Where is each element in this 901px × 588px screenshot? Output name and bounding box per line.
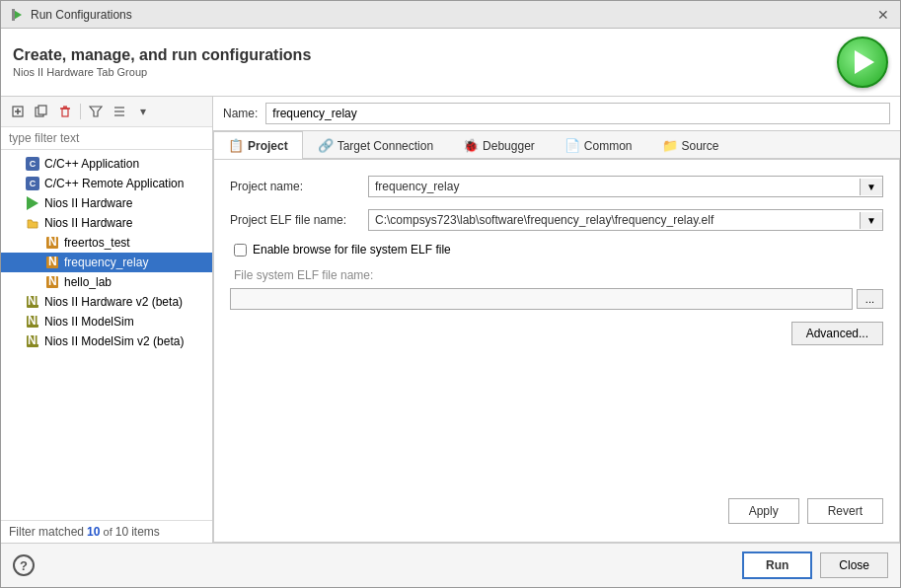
project-elf-input[interactable]	[369, 210, 860, 230]
source-tab-icon: 📁	[662, 138, 678, 153]
bottom-left: ?	[13, 554, 35, 576]
header-subtitle: Nios II Hardware Tab Group	[13, 66, 311, 78]
elf-section: File system ELF file name: ...	[230, 268, 883, 310]
tree-item-nios-modelsim-v2[interactable]: NII Nios II ModelSim v2 (beta)	[1, 331, 212, 351]
spacer	[230, 357, 883, 480]
tab-debugger[interactable]: 🐞 Debugger	[448, 131, 550, 159]
svg-text:N: N	[48, 256, 57, 268]
run-large-button[interactable]	[837, 37, 888, 88]
name-label: Name:	[223, 107, 258, 120]
elf-label: File system ELF file name:	[230, 268, 883, 282]
tree-item-freertos[interactable]: N freertos_test	[1, 233, 212, 253]
enable-browse-checkbox[interactable]	[234, 244, 247, 257]
tab-target-label: Target Connection	[338, 139, 433, 153]
new-config-button[interactable]	[7, 101, 29, 122]
filter-count: 10	[87, 525, 100, 539]
svg-text:N: N	[48, 236, 57, 249]
tab-source-label: Source	[682, 139, 719, 153]
window-close-button[interactable]: ✕	[874, 6, 892, 24]
tree-toolbar: ▾	[1, 97, 212, 127]
tree-item-nios-hw[interactable]: Nios II Hardware	[1, 213, 212, 233]
run-arrow-icon	[855, 50, 874, 74]
nios-hw-v2-icon: NII	[25, 294, 40, 310]
revert-button[interactable]: Revert	[807, 498, 883, 524]
run-button[interactable]: Run	[742, 551, 812, 579]
run-configurations-dialog: Run Configurations ✕ Create, manage, and…	[0, 0, 901, 588]
elf-path-input[interactable]	[230, 288, 853, 310]
apply-button[interactable]: Apply	[728, 498, 799, 524]
tree-item-launch-group[interactable]: Nios II Hardware	[1, 193, 212, 213]
tree-item-hello-lab[interactable]: N hello_lab	[1, 272, 212, 292]
svg-marker-15	[28, 220, 38, 228]
title-bar-left: Run Configurations	[9, 7, 132, 23]
launch-group-icon	[25, 195, 40, 211]
tree-label: Nios II ModelSim	[44, 315, 134, 329]
project-name-combo[interactable]: ▼	[368, 176, 883, 197]
project-elf-dropdown-btn[interactable]: ▼	[860, 212, 882, 229]
elf-browse-button[interactable]: ...	[857, 289, 883, 309]
collapse-all-button[interactable]	[109, 101, 130, 122]
enable-browse-label: Enable browse for file system ELF file	[253, 243, 451, 257]
name-bar: Name:	[213, 97, 900, 131]
svg-rect-6	[38, 106, 46, 114]
project-name-dropdown-btn[interactable]: ▼	[860, 179, 882, 195]
tabs-bar: 📋 Project 🔗 Target Connection 🐞 Debugger…	[213, 131, 900, 159]
project-elf-combo[interactable]: ▼	[368, 209, 883, 231]
help-button[interactable]: ?	[13, 554, 35, 576]
advanced-button[interactable]: Advanced...	[791, 322, 883, 345]
tree-label: C/C++ Remote Application	[44, 177, 184, 190]
tab-common[interactable]: 📄 Common	[550, 131, 647, 159]
debugger-tab-icon: 🐞	[463, 138, 479, 153]
target-connection-tab-icon: 🔗	[318, 138, 334, 153]
hw-file-selected-icon: N	[44, 255, 60, 270]
tree-label: Nios II Hardware	[44, 196, 132, 210]
tree-label: freertos_test	[64, 236, 130, 250]
duplicate-config-button[interactable]	[31, 101, 52, 122]
tree-item-nios-hw-v2[interactable]: NII Nios II Hardware v2 (beta)	[1, 292, 212, 312]
filter-input[interactable]	[1, 127, 212, 150]
project-tab-icon: 📋	[228, 138, 244, 153]
tree-label: hello_lab	[64, 275, 112, 289]
tab-source[interactable]: 📁 Source	[647, 131, 734, 159]
project-name-label: Project name:	[230, 180, 358, 193]
tree-item-frequency-relay[interactable]: N frequency_relay	[1, 253, 212, 272]
project-name-input[interactable]	[369, 177, 860, 196]
delete-config-button[interactable]	[54, 101, 76, 122]
tab-project[interactable]: 📋 Project	[213, 131, 303, 159]
svg-text:NII: NII	[28, 334, 39, 347]
bottom-right: Run Close	[742, 551, 888, 579]
cpp-icon: C	[25, 156, 40, 172]
name-input[interactable]	[265, 103, 890, 124]
toolbar-separator	[80, 104, 81, 119]
tab-common-label: Common	[584, 139, 633, 153]
tree-item-cpp-app[interactable]: C C/C++ Application	[1, 154, 212, 174]
nios-modelsim-v2-icon: NII	[25, 333, 40, 349]
left-panel: ▾ C C/C++ Application C C/C+	[1, 97, 213, 543]
apply-revert-row: Apply Revert	[230, 492, 883, 526]
tree-label: Nios II Hardware	[44, 216, 132, 230]
tree-item-cpp-remote[interactable]: C C/C++ Remote Application	[1, 174, 212, 193]
tree-item-nios-modelsim[interactable]: NII Nios II ModelSim	[1, 312, 212, 331]
folder-expand-icon	[25, 215, 40, 231]
filter-suffix: items	[131, 525, 160, 539]
nios-modelsim-icon: NII	[25, 314, 40, 330]
project-elf-row: Project ELF file name: ▼	[230, 209, 883, 231]
close-dialog-button[interactable]: Close	[820, 552, 888, 578]
tab-debugger-label: Debugger	[483, 139, 535, 153]
tree-label: frequency_relay	[64, 256, 148, 269]
right-panel: Name: 📋 Project 🔗 Target Connection 🐞 De…	[213, 97, 900, 543]
project-name-row: Project name: ▼	[230, 176, 883, 197]
tab-target-connection[interactable]: 🔗 Target Connection	[303, 131, 448, 159]
filter-configs-button[interactable]	[85, 101, 107, 122]
filter-matched-text: Filter matched	[9, 525, 84, 539]
tree-view: C C/C++ Application C C/C++ Remote Appli…	[1, 150, 212, 520]
enable-browse-row: Enable browse for file system ELF file	[230, 243, 883, 257]
tree-label: Nios II ModelSim v2 (beta)	[44, 334, 184, 348]
hw-file-icon: N	[44, 235, 60, 251]
advanced-row: Advanced...	[230, 322, 883, 345]
run-config-icon	[9, 7, 25, 23]
common-tab-icon: 📄	[564, 138, 580, 153]
svg-rect-7	[62, 109, 68, 116]
tab-project-label: Project	[248, 139, 288, 153]
more-actions-button[interactable]: ▾	[132, 101, 154, 122]
